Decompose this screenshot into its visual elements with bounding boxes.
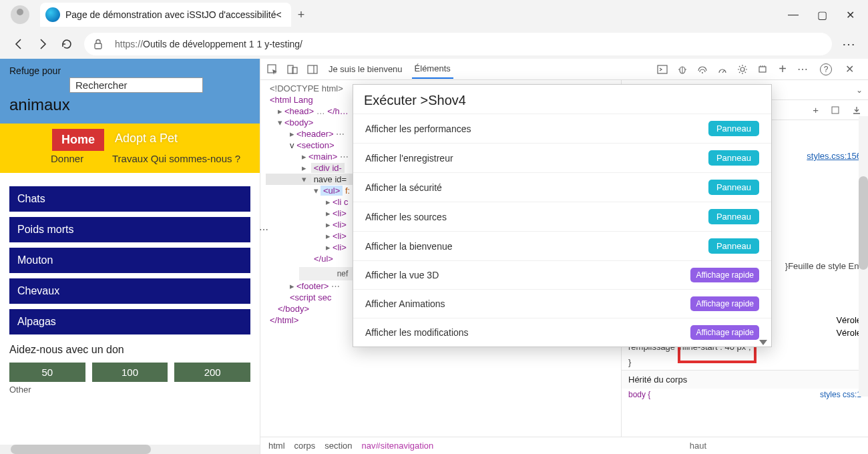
- devtools-menu-button[interactable]: ⋯: [795, 61, 811, 77]
- memory-icon[interactable]: [754, 61, 771, 77]
- inspect-icon[interactable]: [264, 61, 280, 77]
- add-rule-button[interactable]: +: [813, 104, 819, 116]
- crumb-section[interactable]: section: [324, 441, 352, 451]
- add-tab-button[interactable]: +: [775, 61, 791, 77]
- network-icon[interactable]: [694, 61, 710, 77]
- crumb-html[interactable]: html: [268, 441, 285, 451]
- page-body: Chats Poids morts Mouton Chevaux Alpagas…: [0, 173, 260, 400]
- style-link-2[interactable]: styles css:1: [820, 390, 861, 399]
- filter-icon[interactable]: [831, 105, 840, 115]
- cmd-scroll-down-icon[interactable]: [759, 340, 767, 345]
- nav-rest[interactable]: Travaux Qui sommes-nous ?: [112, 153, 240, 164]
- dom-body-close: </body>: [278, 304, 309, 314]
- donate-50[interactable]: 50: [9, 363, 85, 382]
- svg-rect-14: [759, 67, 766, 72]
- shelter-line-a: Refuge pour: [9, 65, 250, 76]
- forward-button[interactable]: [31, 32, 55, 56]
- nav-donate[interactable]: Donner: [51, 153, 83, 164]
- donate-100[interactable]: 100: [92, 363, 168, 382]
- dom-script: <script sec: [290, 292, 332, 302]
- bug-icon[interactable]: [674, 61, 690, 77]
- inherited-label: Hérité du corps: [622, 370, 868, 389]
- main-area: Refuge pour Rechercher animaux Home Adop…: [0, 59, 868, 454]
- svg-rect-18: [832, 107, 839, 114]
- window-titlebar: Page de démonstration avec iSStJO d'acce…: [0, 0, 868, 29]
- donate-row: 50 100 200: [9, 363, 250, 382]
- category-dead[interactable]: Poids morts: [9, 217, 250, 242]
- device-icon[interactable]: [284, 61, 300, 77]
- dom-li3: <li>: [333, 220, 347, 230]
- edge-icon: [45, 7, 60, 22]
- gear-icon[interactable]: [734, 61, 750, 77]
- panel-icon[interactable]: [304, 61, 320, 77]
- brace: }: [622, 355, 868, 370]
- dom-footer: <footer>: [296, 281, 329, 291]
- crumb-haut[interactable]: haut: [690, 441, 706, 451]
- dom-li-a: <li c: [333, 197, 348, 207]
- console-icon[interactable]: [654, 61, 670, 77]
- cmd-row-changes[interactable]: Afficher les modificationsAffichage rapi…: [353, 318, 771, 347]
- svg-line-12: [722, 70, 724, 73]
- cmd-row-security[interactable]: Afficher la sécuritéPanneau: [353, 172, 771, 202]
- page-hscroll-thumb[interactable]: [11, 445, 151, 454]
- profile-avatar[interactable]: [11, 5, 29, 24]
- dom-html-close: </html>: [270, 315, 298, 325]
- minimize-button[interactable]: —: [788, 9, 799, 21]
- category-horses[interactable]: Chevaux: [9, 278, 250, 304]
- search-input[interactable]: Rechercher: [69, 77, 203, 93]
- svg-rect-4: [308, 65, 317, 73]
- category-sheep[interactable]: Mouton: [9, 248, 250, 273]
- export-icon[interactable]: [852, 105, 861, 115]
- row-menu-icon[interactable]: ⋯: [259, 224, 268, 235]
- cmd-row-sources[interactable]: Afficher les sourcesPanneau: [353, 202, 771, 231]
- dom-nav: nave id=: [311, 174, 350, 184]
- rendered-page: Refuge pour Rechercher animaux Home Adop…: [0, 59, 260, 454]
- tab-welcome[interactable]: Je suis le bienvenu: [329, 64, 403, 74]
- browser-tab[interactable]: Page de démonstration avec iSStJO d'acce…: [40, 3, 291, 27]
- refresh-button[interactable]: [55, 32, 79, 56]
- close-button[interactable]: ✕: [846, 9, 855, 21]
- donate-other: Other: [9, 385, 250, 395]
- devtools-close-button[interactable]: ✕: [841, 61, 857, 77]
- page-header: Refuge pour Rechercher animaux: [0, 59, 260, 124]
- dom-doctype: <!DOCTYPE html>: [270, 83, 343, 93]
- command-menu[interactable]: Exécuter >Shov4 Afficher les performance…: [353, 84, 772, 347]
- url-scheme: https://: [115, 39, 143, 49]
- donate-title: Aidez-nous avec un don: [9, 344, 250, 356]
- cmd-row-recorder[interactable]: Afficher l'enregistreurPanneau: [353, 143, 771, 172]
- cmd-row-animations[interactable]: Afficher AnimationsAffichage rapide: [353, 289, 771, 318]
- category-alpacas[interactable]: Alpagas: [9, 309, 250, 334]
- nav-adopt[interactable]: Adopt a Pet: [115, 132, 178, 146]
- browser-toolbar: https:// Outils de développement 1 1 y-t…: [0, 29, 868, 59]
- back-button[interactable]: [7, 32, 31, 56]
- donate-200[interactable]: 200: [174, 363, 250, 382]
- dom-li2: <li>: [333, 208, 347, 218]
- crumb-nav[interactable]: nav#sitenavigation: [362, 441, 434, 451]
- cmd-row-perf[interactable]: Afficher les performancesPanneau: [353, 114, 771, 143]
- svg-point-13: [740, 67, 744, 71]
- dom-body: <body>: [284, 118, 313, 128]
- perf-icon[interactable]: [714, 61, 730, 77]
- dom-div: <div id-: [314, 163, 342, 173]
- body-selector: body {: [628, 390, 650, 399]
- nav-home[interactable]: Home: [52, 129, 104, 151]
- tab-elements[interactable]: Éléments: [412, 59, 453, 79]
- help-icon[interactable]: ?: [820, 63, 832, 75]
- cmd-row-welcome[interactable]: Afficher la bienvenuePanneau: [353, 231, 771, 260]
- category-cats[interactable]: Chats: [9, 186, 250, 212]
- dom-breadcrumb: html corps section nav#sitenavigation ha…: [260, 437, 868, 454]
- new-tab-button[interactable]: +: [298, 8, 305, 22]
- dom-ul: <ul>: [323, 186, 340, 196]
- address-bar[interactable]: https:// Outils de développement 1 1 y-t…: [84, 33, 832, 55]
- devtools-tabs: Je suis le bienvenu Éléments + ⋯ ? ✕: [260, 59, 868, 80]
- styles-vscroll-thumb[interactable]: [859, 176, 868, 270]
- dom-main: <main>: [308, 152, 337, 162]
- maximize-button[interactable]: ▢: [817, 9, 827, 21]
- chevron-down-icon[interactable]: ⌄: [856, 85, 863, 95]
- dom-section: <section>: [296, 140, 334, 150]
- page-navbar: Home Adopt a Pet Donner Travaux Qui somm…: [0, 124, 260, 173]
- cmd-row-3dview[interactable]: Afficher la vue 3DAffichage rapide: [353, 260, 771, 289]
- svg-rect-0: [95, 43, 101, 49]
- crumb-body[interactable]: corps: [294, 441, 316, 451]
- browser-menu-button[interactable]: ⋯: [837, 32, 861, 56]
